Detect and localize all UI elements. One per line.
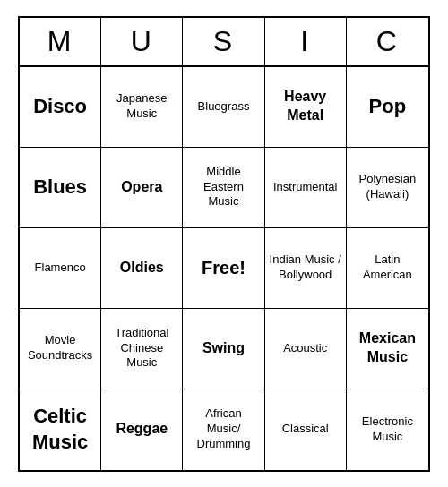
bingo-grid: DiscoJapanese MusicBluegrassHeavy MetalP… xyxy=(20,67,428,470)
bingo-header: MUSIC xyxy=(20,18,428,67)
bingo-card: MUSIC DiscoJapanese MusicBluegrassHeavy … xyxy=(18,16,430,472)
bingo-cell: Classical xyxy=(265,389,347,470)
header-letter: S xyxy=(183,18,264,65)
bingo-cell: Traditional Chinese Music xyxy=(101,309,183,389)
bingo-cell: Heavy Metal xyxy=(265,67,347,148)
bingo-cell: Opera xyxy=(101,148,183,228)
bingo-cell: Instrumental xyxy=(265,148,347,228)
bingo-cell: Latin American xyxy=(347,228,428,309)
bingo-cell: Flamenco xyxy=(20,228,101,309)
bingo-cell: Blues xyxy=(20,148,101,228)
bingo-cell: Oldies xyxy=(101,228,183,309)
bingo-cell: Mexican Music xyxy=(347,309,428,389)
bingo-cell: Celtic Music xyxy=(20,389,101,470)
bingo-cell: Polynesian (Hawaii) xyxy=(347,148,428,228)
bingo-cell: Swing xyxy=(183,309,264,389)
bingo-cell: Acoustic xyxy=(265,309,347,389)
header-letter: C xyxy=(347,18,428,65)
bingo-cell: African Music/ Drumming xyxy=(183,389,264,470)
bingo-cell: Indian Music / Bollywood xyxy=(265,228,347,309)
bingo-cell: Pop xyxy=(347,67,428,148)
bingo-cell: Electronic Music xyxy=(347,389,428,470)
bingo-cell: Free! xyxy=(183,228,264,309)
bingo-cell: Bluegrass xyxy=(183,67,264,148)
bingo-cell: Japanese Music xyxy=(101,67,183,148)
bingo-cell: Middle Eastern Music xyxy=(183,148,264,228)
header-letter: I xyxy=(265,18,347,65)
bingo-cell: Disco xyxy=(20,67,101,148)
header-letter: U xyxy=(101,18,183,65)
bingo-cell: Movie Soundtracks xyxy=(20,309,101,389)
bingo-cell: Reggae xyxy=(101,389,183,470)
header-letter: M xyxy=(20,18,101,65)
